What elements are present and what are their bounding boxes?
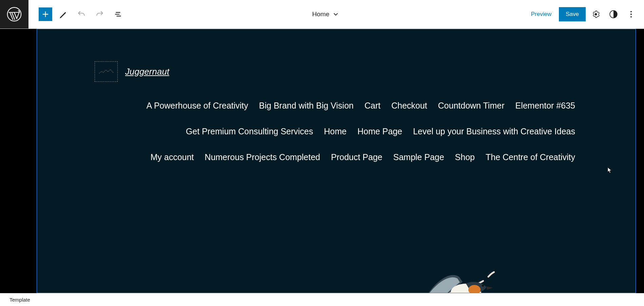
nav-item[interactable]: Numerous Projects Completed [205, 152, 320, 162]
nav-item[interactable]: Home Page [357, 126, 402, 136]
wordpress-logo[interactable] [0, 0, 28, 28]
left-rail [0, 29, 28, 293]
nav-item[interactable]: My account [151, 152, 194, 162]
toolbar-right: Preview Save [526, 7, 644, 22]
hero-graphic [122, 263, 585, 293]
options-button[interactable] [624, 7, 639, 22]
bird-icon [415, 263, 496, 293]
tools-button[interactable] [56, 7, 71, 22]
site-logo-placeholder[interactable] [95, 61, 118, 82]
nav-item[interactable]: Shop [455, 152, 475, 162]
document-title-label: Home [312, 11, 330, 18]
nav-item[interactable]: Countdown Timer [438, 100, 505, 111]
save-button[interactable]: Save [559, 7, 586, 21]
nav-item[interactable]: The Centre of Creativity [486, 152, 575, 162]
editor-bottombar: Template [0, 293, 644, 306]
dashed-path-icon [122, 263, 585, 293]
toolbar-left [28, 7, 125, 22]
redo-button[interactable] [92, 7, 107, 22]
navigation-menu[interactable]: A Powerhouse of Creativity Big Brand wit… [95, 100, 619, 162]
nav-item[interactable]: Checkout [391, 100, 427, 111]
nav-item[interactable]: Home [324, 126, 347, 136]
preview-button[interactable]: Preview [526, 7, 556, 21]
nav-item[interactable]: Big Brand with Big Vision [259, 100, 354, 111]
chevron-down-icon [332, 11, 339, 18]
svg-point-7 [482, 285, 484, 287]
editor-canvas[interactable]: Juggernaut A Powerhouse of Creativity Bi… [37, 29, 636, 293]
breadcrumb[interactable]: Template [9, 297, 30, 303]
nav-item[interactable]: Elementor #635 [515, 100, 575, 111]
nav-item[interactable]: A Powerhouse of Creativity [147, 100, 248, 111]
svg-point-4 [630, 16, 632, 18]
settings-button[interactable] [588, 7, 603, 22]
svg-point-3 [630, 14, 632, 15]
site-title[interactable]: Juggernaut [125, 66, 169, 77]
nav-item[interactable]: Get Premium Consulting Services [186, 126, 313, 136]
styles-button[interactable] [606, 7, 621, 22]
nav-item[interactable]: Cart [365, 100, 380, 111]
document-title-dropdown[interactable]: Home [125, 11, 526, 18]
add-block-button[interactable] [39, 7, 52, 21]
logo-row: Juggernaut [95, 61, 619, 82]
nav-item[interactable]: Product Page [331, 152, 383, 162]
nav-item[interactable]: Sample Page [393, 152, 444, 162]
document-overview-button[interactable] [111, 7, 125, 22]
editor-topbar: Home Preview Save [0, 0, 644, 28]
undo-button[interactable] [74, 7, 89, 22]
svg-point-2 [630, 11, 632, 12]
site-header: Juggernaut A Powerhouse of Creativity Bi… [37, 29, 636, 169]
canvas-area: Juggernaut A Powerhouse of Creativity Bi… [28, 29, 644, 293]
nav-item[interactable]: Level up your Business with Creative Ide… [413, 126, 575, 136]
